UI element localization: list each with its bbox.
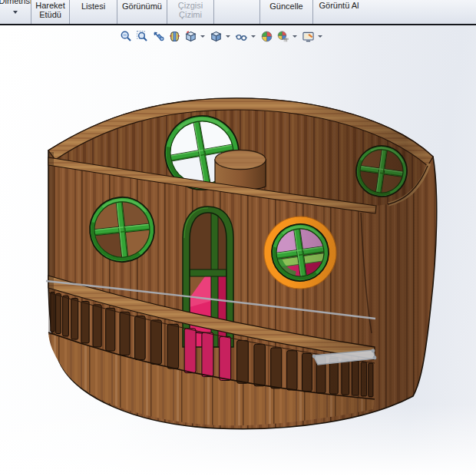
view-settings-icon[interactable] [301,29,316,44]
tab-label: Listesi [81,2,105,12]
view-orientation-icon[interactable] [183,29,198,44]
dropdown-caret-icon[interactable] [200,35,205,38]
dropdown-caret-icon[interactable] [318,35,322,38]
command-manager-tab-bar: Dimetrisi Hareket Etüdü Listesi Görünümü… [0,0,476,25]
tab-goruntu-al[interactable]: Görüntü Al [312,0,365,24]
tab-label: Dimetrisi [0,0,31,6]
tab-label: Çizgisi Çizimi [167,2,213,19]
model-fairy-house[interactable] [0,0,476,476]
tab-bar-spacer [213,0,259,24]
tab-cizgisi-cizimi: Çizgisi Çizimi [167,0,213,24]
tab-dimetrisi[interactable]: Dimetrisi [0,0,31,24]
dropdown-caret-icon[interactable] [13,11,18,14]
tab-hareket-etudu[interactable]: Hareket Etüdü [31,0,69,24]
zoom-to-fit-icon[interactable] [119,29,134,44]
tab-guncelle[interactable]: Güncelle [259,0,312,24]
previous-view-icon[interactable] [151,29,166,44]
section-view-icon[interactable] [167,29,182,44]
display-style-icon[interactable] [209,29,223,44]
tab-label: Görüntü Al [319,2,359,11]
heads-up-view-toolbar [119,28,325,45]
tab-gorunumu[interactable]: Görünümü [117,0,167,24]
dropdown-caret-icon[interactable] [251,35,256,38]
dropdown-caret-icon[interactable] [226,35,230,38]
tab-label: Görünümü [122,2,162,12]
tab-listesi[interactable]: Listesi [69,0,117,24]
zoom-to-area-icon[interactable] [135,29,150,44]
apply-scene-icon[interactable] [276,29,290,44]
tab-label: Hareket Etüdü [31,2,69,19]
dropdown-caret-icon[interactable] [293,35,297,38]
edit-appearance-icon[interactable] [259,29,274,44]
tab-label: Güncelle [269,2,302,12]
hide-show-items-icon[interactable] [234,29,249,44]
